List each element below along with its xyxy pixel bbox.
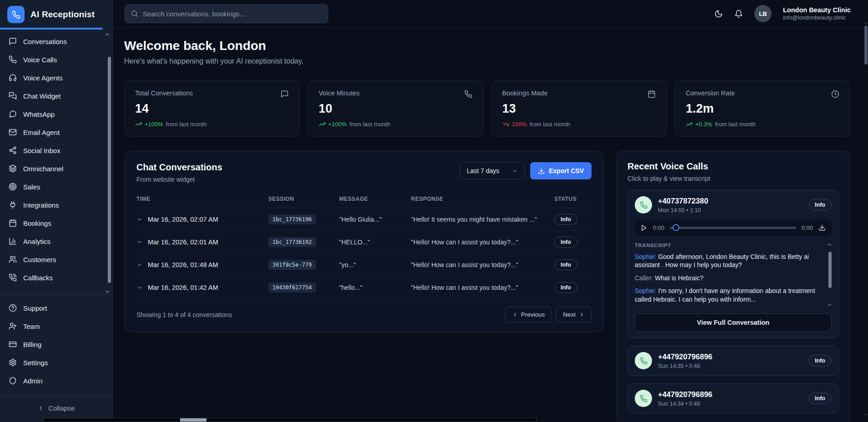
- sidebar-item-conversations[interactable]: Conversations: [0, 32, 112, 50]
- stat-trend-value: +100%: [328, 121, 347, 128]
- chat-conversations-panel: Chat Conversations From website widget L…: [124, 151, 604, 332]
- next-page-button[interactable]: Next: [556, 307, 592, 323]
- sidebar-item-admin[interactable]: Admin: [0, 372, 112, 390]
- stat-trend-suffix: from last month: [715, 121, 756, 128]
- row-info-button[interactable]: Info: [554, 214, 577, 225]
- stat-value: 10: [319, 102, 472, 116]
- users-icon: [9, 255, 17, 263]
- call-number: +447920796896: [658, 352, 712, 361]
- sidebar-item-analytics[interactable]: Analytics: [0, 232, 112, 250]
- voice-call-card[interactable]: +447920796896 Sun 14:34 • 0:48 Info: [627, 383, 839, 413]
- table-row[interactable]: Mar 16, 2026, 02:07 AM 1bc_17736196 "Hel…: [136, 208, 592, 231]
- download-audio-button[interactable]: [818, 224, 826, 231]
- table-row[interactable]: Mar 16, 2026, 01:42 AM 10430f617754 "hel…: [136, 276, 592, 299]
- scrollbar-up-arrow-icon[interactable]: [864, 21, 868, 25]
- sidebar-item-sales[interactable]: Sales: [0, 178, 112, 196]
- row-expand-chevron-icon[interactable]: [136, 262, 143, 268]
- call-info-button[interactable]: Info: [808, 355, 832, 367]
- export-csv-button[interactable]: Export CSV: [530, 162, 592, 179]
- scrollbar-down-arrow-icon[interactable]: [864, 412, 868, 417]
- topbar: LB London Beauty Clinic info@londonbeaut…: [113, 0, 868, 28]
- sidebar-item-email-agent[interactable]: Email Agent: [0, 123, 112, 141]
- nav-scroll-up-icon[interactable]: [104, 31, 110, 38]
- shield-icon: [9, 377, 17, 385]
- row-response: "Hello! How can I assist you today?...": [411, 238, 554, 246]
- horizontal-scrollbar-thumb[interactable]: [180, 418, 206, 422]
- transcript-scrollbar-thumb[interactable]: [828, 252, 832, 288]
- sidebar-item-voice-calls[interactable]: Voice Calls: [0, 50, 112, 69]
- col-message: MESSAGE: [339, 196, 411, 202]
- trending-up-icon: [686, 121, 692, 128]
- sidebar-item-label: Billing: [23, 341, 41, 348]
- play-button[interactable]: [641, 224, 647, 231]
- search-icon: [131, 10, 138, 17]
- conversations-table: TIME SESSION MESSAGE RESPONSE STATUS Mar…: [136, 191, 592, 299]
- vertical-scrollbar-thumb[interactable]: [864, 26, 868, 65]
- page-content: Welcome back, London Here's what's happe…: [113, 28, 868, 422]
- sidebar-item-chat-widget[interactable]: Chat Widget: [0, 87, 112, 105]
- credit-card-icon: [9, 340, 17, 348]
- sidebar-item-integrations[interactable]: Integrations: [0, 196, 112, 214]
- row-info-button[interactable]: Info: [554, 237, 577, 248]
- sidebar-item-bookings[interactable]: Bookings: [0, 214, 112, 232]
- voice-call-card-expanded[interactable]: +40737872380 Mon 14:55 • 1:10 Info 0:00: [627, 190, 839, 338]
- search-input[interactable]: [143, 10, 322, 18]
- trending-up-icon: [135, 121, 142, 128]
- user-block[interactable]: London Beauty Clinic info@londonbeauty.c…: [783, 6, 851, 22]
- transcript-text: I'm sorry, I don't have any information …: [635, 287, 815, 303]
- stat-label: Conversion Rate: [686, 89, 735, 97]
- sidebar-item-callbacks[interactable]: Callbacks: [0, 268, 112, 287]
- stat-trend-suffix: from last month: [350, 121, 391, 128]
- slider-knob[interactable]: [672, 224, 679, 231]
- view-full-conversation-button[interactable]: View Full Conversation: [635, 313, 832, 332]
- date-range-select[interactable]: Last 7 days: [460, 162, 525, 179]
- sidebar-item-social-inbox[interactable]: Social Inbox: [0, 141, 112, 159]
- transcript-scroll-up-icon[interactable]: [827, 242, 833, 248]
- avatar[interactable]: LB: [754, 5, 772, 22]
- notifications-button[interactable]: [734, 10, 743, 18]
- sidebar-item-label: WhatsApp: [23, 110, 55, 118]
- sidebar-item-label: Email Agent: [23, 129, 60, 136]
- stat-card-voice-minutes: Voice Minutes 10 +100% from last month: [308, 80, 483, 137]
- sidebar-item-customers[interactable]: Customers: [0, 250, 112, 268]
- table-row[interactable]: Mar 16, 2026, 02:01 AM 1bc_17736192 "HEL…: [136, 231, 592, 253]
- row-message: "Hello Giulia...": [339, 216, 411, 223]
- row-expand-chevron-icon[interactable]: [136, 216, 143, 223]
- sidebar-item-support[interactable]: Support: [0, 299, 112, 317]
- sidebar-item-label: Integrations: [23, 201, 59, 209]
- mail-icon: [9, 128, 17, 136]
- sidebar-item-voice-agents[interactable]: Voice Agents: [0, 69, 112, 87]
- row-info-button[interactable]: Info: [554, 282, 577, 293]
- transcript-scroll-down-icon[interactable]: [827, 302, 833, 308]
- stat-value: 14: [135, 102, 289, 116]
- global-search[interactable]: [125, 4, 328, 23]
- messages-square-icon: [9, 92, 17, 100]
- clock-icon: [831, 90, 839, 98]
- row-info-button[interactable]: Info: [554, 259, 577, 270]
- user-name: London Beauty Clinic: [783, 6, 851, 14]
- voice-call-card[interactable]: +447920796896 Sun 14:35 • 0:48 Info: [627, 346, 839, 376]
- call-number: +40737872380: [658, 197, 708, 205]
- previous-page-button[interactable]: Previous: [505, 307, 552, 323]
- page-vertical-scrollbar[interactable]: [864, 0, 868, 422]
- row-expand-chevron-icon[interactable]: [136, 284, 143, 291]
- page-horizontal-scrollbar[interactable]: [43, 418, 537, 422]
- sidebar-item-label: Sales: [23, 183, 40, 191]
- sidebar-scrollbar-thumb[interactable]: [108, 57, 111, 283]
- table-row[interactable]: Mar 16, 2026, 01:48 AM 301f8c5e-779 "yo.…: [136, 253, 592, 276]
- audio-seek-slider[interactable]: [670, 227, 796, 229]
- dark-mode-toggle[interactable]: [714, 10, 723, 18]
- call-info-button[interactable]: Info: [808, 199, 832, 211]
- sidebar-item-settings[interactable]: Settings: [0, 353, 112, 372]
- sidebar-item-whatsapp[interactable]: WhatsApp: [0, 105, 112, 123]
- nav-scroll-down-icon[interactable]: [104, 288, 110, 295]
- sidebar-item-omnichannel[interactable]: Omnichannel: [0, 159, 112, 178]
- call-info-button[interactable]: Info: [808, 392, 832, 404]
- sidebar-item-team[interactable]: Team: [0, 317, 112, 335]
- chevron-right-icon: [579, 312, 585, 318]
- transcript-text: Good afternoon, London Beauty Clinic, th…: [635, 253, 809, 268]
- stat-card-total-conversations: Total Conversations 14 +100% from last m…: [124, 80, 300, 137]
- phone-icon: [640, 201, 647, 209]
- sidebar-item-billing[interactable]: Billing: [0, 335, 112, 353]
- row-expand-chevron-icon[interactable]: [136, 239, 143, 245]
